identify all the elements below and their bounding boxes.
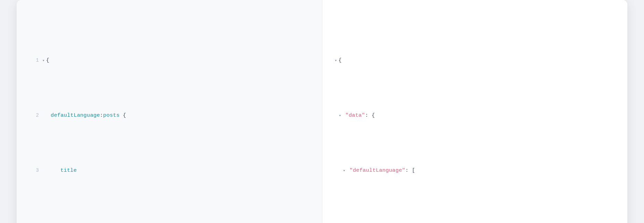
code-line-4: 4 } (29, 220, 310, 223)
right-collapse-1[interactable] (335, 57, 337, 65)
right-line-2: "data" : { (335, 110, 615, 121)
r-colon-3: : [ (405, 165, 415, 176)
token-brace-2: { (120, 110, 126, 121)
right-collapse-3[interactable] (343, 167, 346, 175)
code-line-1: 1 { (29, 55, 310, 66)
editor-container: 1 { 2 defaultLanguage : posts { 3 title (17, 0, 627, 223)
token-title-3: title (60, 165, 77, 176)
r-data-key: "data" (345, 110, 365, 121)
token-brace-open-1: { (46, 55, 49, 66)
right-line-3: "defaultLanguage" : [ (335, 165, 615, 176)
line-number-1: 1 (29, 55, 39, 65)
left-pane: 1 { 2 defaultLanguage : posts { 3 title (17, 0, 322, 223)
left-code-block: 1 { 2 defaultLanguage : posts { 3 title (17, 11, 322, 223)
line-number-4: 4 (29, 221, 39, 223)
line-number-2: 2 (29, 110, 39, 121)
r-brace-open-1: { (338, 55, 341, 66)
token-brace-close-4: } (51, 220, 54, 223)
right-line-4: { (335, 220, 615, 223)
token-posts-2: posts (103, 110, 119, 121)
code-line-3: 3 title (29, 165, 310, 176)
collapse-triangle-1[interactable] (42, 57, 45, 65)
code-line-2: 2 defaultLanguage : posts { (29, 110, 310, 121)
line-number-3: 3 (29, 166, 39, 176)
token-defaultlanguage: defaultLanguage (51, 110, 100, 121)
r-colon-2: : { (365, 110, 375, 121)
right-collapse-2[interactable] (339, 112, 341, 120)
right-code-block: { "data" : { "defaultLanguage" : [ (322, 11, 628, 223)
r-brace-open-4: { (363, 220, 366, 223)
r-defaultlanguage-key: "defaultLanguage" (349, 165, 405, 176)
right-line-1: { (335, 55, 615, 66)
right-pane: { "data" : { "defaultLanguage" : [ (322, 0, 628, 223)
token-colon-2: : (100, 110, 103, 121)
